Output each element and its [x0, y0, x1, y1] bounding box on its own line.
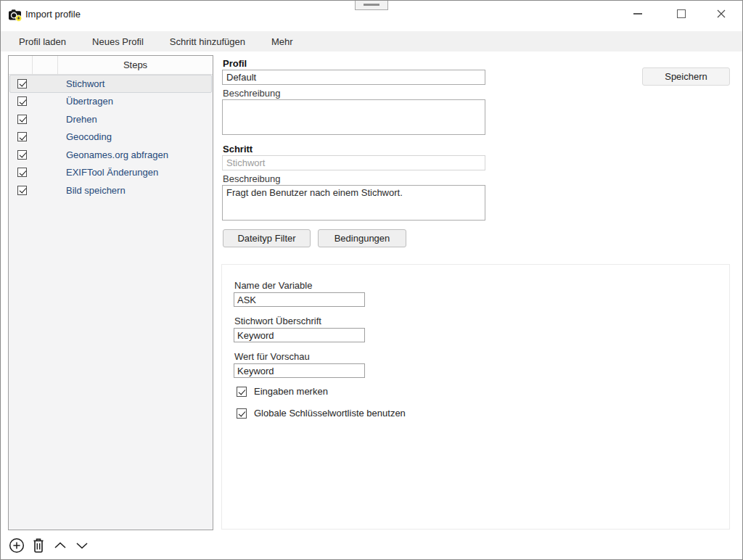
steps-header-label: Steps [58, 56, 213, 74]
schritt-beschreibung-label: Beschreibung [223, 173, 281, 184]
list-item[interactable]: Bild speichern [9, 181, 212, 199]
step-checkbox[interactable] [17, 132, 27, 141]
step-label: EXIFTool Änderungen [66, 167, 158, 178]
chevron-down-icon[interactable] [73, 536, 91, 555]
step-checkbox[interactable] [17, 115, 27, 124]
globale-schluesselwortliste-label[interactable]: Globale Schlüsselwortliste benutzen [254, 408, 406, 419]
window-drag-handle[interactable] [355, 1, 388, 10]
list-item[interactable]: Geocoding [9, 128, 212, 147]
schritt-beschreibung-textarea[interactable]: Fragt den Benutzer nach einem Stichwort. [222, 185, 485, 221]
variable-name-input[interactable] [234, 292, 365, 307]
list-item[interactable]: Stichwort [9, 75, 212, 93]
profil-name-input[interactable] [222, 70, 485, 85]
step-label: Bild speichern [66, 185, 126, 196]
wert-vorschau-label: Wert für Vorschau [234, 351, 310, 362]
title-bar: Import profile [1, 1, 742, 31]
profil-label: Profil [223, 58, 247, 69]
steps-list-header[interactable]: Steps [9, 56, 213, 75]
stichwort-ueberschrift-label: Stichwort Überschrift [234, 316, 321, 326]
menu-item-profil-laden[interactable]: Profil laden [19, 36, 66, 47]
list-item[interactable]: EXIFTool Änderungen [9, 164, 212, 182]
steps-toolbar [7, 536, 91, 555]
window-title: Import profile [25, 9, 81, 20]
stichwort-ueberschrift-input[interactable] [234, 328, 365, 342]
variable-name-label: Name der Variable [234, 280, 312, 291]
minimize-icon[interactable] [626, 4, 649, 24]
profil-beschreibung-label: Beschreibung [223, 88, 281, 99]
eingaben-merken-checkbox[interactable] [237, 387, 247, 397]
maximize-icon[interactable] [670, 4, 693, 24]
speichern-button[interactable]: Speichern [642, 67, 730, 86]
step-checkbox[interactable] [17, 79, 27, 88]
trash-icon[interactable] [29, 536, 48, 555]
steps-list: Steps Stichwort Übertragen Drehen Geocod… [8, 55, 213, 530]
app-window: Import profile Profil laden Neues Profil… [0, 0, 743, 560]
steps-header-spacer-column [33, 56, 58, 74]
list-item[interactable]: Geonames.org abfragen [9, 146, 212, 164]
menu-bar: Profil laden Neues Profil Schritt hinzuf… [1, 31, 742, 52]
globale-schluesselwortliste-checkbox[interactable] [237, 408, 247, 419]
menu-item-schritt-hinzufuegen[interactable]: Schritt hinzufügen [170, 36, 245, 47]
step-label: Geonames.org abfragen [66, 149, 168, 160]
menu-item-neues-profil[interactable]: Neues Profil [92, 36, 144, 47]
list-item[interactable]: Drehen [9, 110, 212, 128]
steps-header-checkbox-column [9, 56, 33, 74]
drag-handle-bar [364, 4, 379, 6]
camera-icon [8, 8, 22, 22]
close-icon[interactable] [710, 4, 733, 24]
bedingungen-button[interactable]: Bedingungen [318, 229, 406, 247]
dateityp-filter-button[interactable]: Dateityp Filter [223, 229, 311, 247]
checkbox-globale-schluesselwortliste[interactable]: Globale Schlüsselwortliste benutzen [237, 408, 406, 419]
profil-beschreibung-textarea[interactable] [222, 99, 485, 135]
schritt-label: Schritt [223, 144, 253, 155]
step-checkbox[interactable] [17, 96, 27, 106]
chevron-up-icon[interactable] [51, 536, 70, 555]
add-circle-icon[interactable] [7, 536, 26, 555]
step-checkbox[interactable] [17, 168, 27, 177]
schritt-name-input [222, 155, 485, 170]
list-item[interactable]: Übertragen [9, 93, 212, 111]
step-label: Stichwort [66, 78, 104, 89]
eingaben-merken-label[interactable]: Eingaben merken [254, 386, 328, 397]
checkbox-eingaben-merken[interactable]: Eingaben merken [237, 386, 328, 397]
step-label: Geocoding [66, 131, 112, 142]
menu-item-mehr[interactable]: Mehr [271, 36, 293, 47]
step-config-panel: Name der Variable Stichwort Überschrift … [221, 264, 730, 530]
step-label: Drehen [66, 114, 97, 125]
step-label: Übertragen [66, 96, 113, 107]
wert-vorschau-input[interactable] [234, 363, 365, 378]
step-checkbox[interactable] [17, 150, 27, 160]
step-checkbox[interactable] [17, 186, 27, 195]
